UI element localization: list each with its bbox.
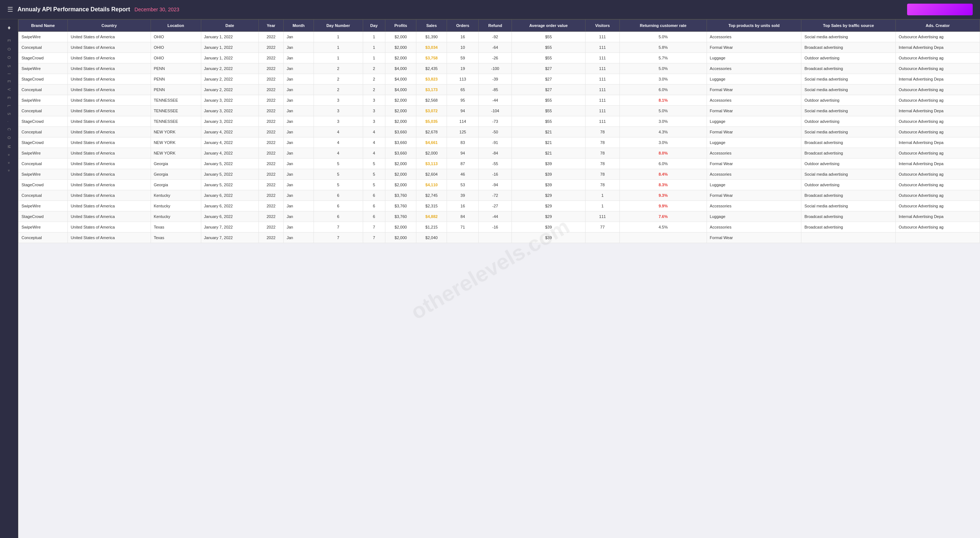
table-cell: 1: [585, 201, 619, 212]
table-row: StageCrowdUnited States of AmericaGeorgi…: [19, 180, 980, 190]
table-cell: January 3, 2022: [201, 116, 258, 127]
table-row: ConceptualUnited States of AmericaKentuc…: [19, 190, 980, 201]
table-cell: January 2, 2022: [201, 64, 258, 74]
table-cell: 2022: [258, 116, 283, 127]
table-cell: Outsource Advertising ag: [896, 148, 980, 159]
table-cell: Conceptual: [19, 190, 68, 201]
table-cell: $55: [512, 53, 585, 64]
table-cell: 10: [447, 42, 479, 53]
table-cell: Jan: [284, 148, 313, 159]
table-cell: Jan: [284, 42, 313, 53]
table-cell: Kentucky: [151, 201, 201, 212]
table-cell: $4,110: [416, 180, 447, 190]
table-cell: -26: [479, 53, 512, 64]
table-cell: $3,758: [416, 53, 447, 64]
table-cell: Social media advertising: [801, 169, 896, 180]
table-cell: Internal Advertising Depa: [896, 42, 980, 53]
table-cell: Accessories: [706, 32, 801, 42]
sidebar-item-5[interactable]: I: [6, 72, 12, 76]
table-cell: $2,000: [385, 116, 416, 127]
table-cell: -91: [479, 137, 512, 148]
table-cell: $55: [512, 42, 585, 53]
table-cell: Jan: [284, 74, 313, 84]
table-cell: Broadcast advertising: [801, 42, 896, 53]
sidebar: ⬧ E O O S I E V E L S . C O M » » »: [0, 19, 18, 538]
table-cell: $2,000: [416, 148, 447, 159]
sidebar-item-2[interactable]: O: [6, 46, 12, 52]
table-cell: United States of America: [67, 201, 151, 212]
page-title: Annualy API Performance Details Report: [18, 6, 130, 13]
table-cell: [447, 232, 479, 243]
table-cell: January 3, 2022: [201, 95, 258, 106]
table-cell: 59: [447, 53, 479, 64]
sidebar-item-6[interactable]: E: [6, 79, 12, 84]
table-cell: Accessories: [706, 95, 801, 106]
col-refund: Refund: [479, 20, 512, 32]
sidebar-item-1[interactable]: E: [6, 38, 12, 43]
table-cell: $2,000: [385, 95, 416, 106]
table-cell: 78: [585, 180, 619, 190]
table-cell: 84: [447, 212, 479, 222]
table-cell: Outdoor advertising: [801, 53, 896, 64]
table-row: StageCrowdUnited States of AmericaKentuc…: [19, 212, 980, 222]
table-cell: 2022: [258, 159, 283, 169]
sidebar-nav-3[interactable]: »: [6, 168, 12, 173]
table-cell: PENN: [151, 84, 201, 95]
table-cell: 2: [363, 84, 385, 95]
table-cell: Outsource Advertising ag: [896, 64, 980, 74]
sidebar-item-10[interactable]: S: [6, 111, 12, 117]
table-cell: United States of America: [67, 53, 151, 64]
table-cell: 5.0%: [620, 32, 707, 42]
table-cell: 78: [585, 148, 619, 159]
table-row: SwipeWireUnited States of AmericaPENNJan…: [19, 64, 980, 74]
table-cell: Broadcast advertising: [801, 137, 896, 148]
table-cell: 3: [363, 116, 385, 127]
table-cell: 1: [313, 32, 363, 42]
sidebar-item-7[interactable]: V: [6, 87, 12, 92]
table-cell: Luggage: [706, 74, 801, 84]
table-cell: January 7, 2022: [201, 222, 258, 232]
table-cell: 6: [313, 212, 363, 222]
table-cell: 78: [585, 137, 619, 148]
table-cell: Accessories: [706, 148, 801, 159]
table-cell: 16: [447, 201, 479, 212]
table-cell: Social media advertising: [801, 106, 896, 116]
table-cell: Jan: [284, 106, 313, 116]
sidebar-nav-2[interactable]: »: [6, 161, 12, 166]
table-cell: $55: [512, 32, 585, 42]
table-cell: Outsource Advertising ag: [896, 116, 980, 127]
sidebar-item-9[interactable]: L: [6, 103, 12, 108]
sidebar-item-8[interactable]: E: [6, 95, 12, 100]
table-cell: 2022: [258, 148, 283, 159]
table-cell: United States of America: [67, 148, 151, 159]
col-orders: Orders: [447, 20, 479, 32]
table-cell: 5: [363, 180, 385, 190]
table-cell: -85: [479, 84, 512, 95]
menu-icon[interactable]: ☰: [7, 5, 13, 13]
table-cell: United States of America: [67, 127, 151, 137]
table-cell: $27: [512, 84, 585, 95]
table-cell: 125: [447, 127, 479, 137]
table-cell: 9.3%: [620, 190, 707, 201]
table-cell: 111: [585, 53, 619, 64]
table-cell: SwipeWire: [19, 222, 68, 232]
table-cell: 2022: [258, 53, 283, 64]
table-cell: 9.9%: [620, 201, 707, 212]
sidebar-item-4[interactable]: S: [6, 64, 12, 69]
table-cell: 78: [585, 127, 619, 137]
sidebar-nav-1[interactable]: »: [6, 152, 12, 158]
sidebar-item-3[interactable]: O: [6, 55, 12, 60]
table-cell: Texas: [151, 232, 201, 243]
table-cell: StageCrowd: [19, 212, 68, 222]
table-cell: United States of America: [67, 159, 151, 169]
table-cell: $2,604: [416, 169, 447, 180]
main-content: Brand Name Country Location Date Year Mo…: [18, 19, 980, 538]
col-returning-rate: Returning customer rate: [620, 20, 707, 32]
table-cell: Social media advertising: [801, 127, 896, 137]
table-cell: 2022: [258, 64, 283, 74]
table-cell: $55: [512, 95, 585, 106]
table-cell: Formal Wear: [706, 127, 801, 137]
col-top-sales-traffic: Top Sales by traffic source: [801, 20, 896, 32]
table-cell: Kentucky: [151, 190, 201, 201]
table-cell: 1: [363, 42, 385, 53]
